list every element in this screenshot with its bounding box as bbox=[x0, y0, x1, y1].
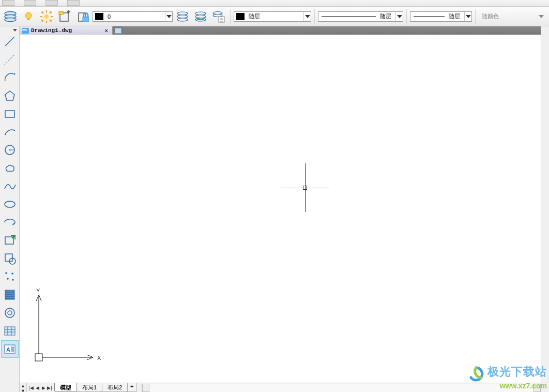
svg-point-46 bbox=[5, 201, 15, 207]
svg-rect-72 bbox=[35, 354, 42, 361]
scroll-down-icon[interactable]: ▼ bbox=[20, 388, 26, 392]
table-tool[interactable] bbox=[1, 322, 19, 340]
chevron-down-icon[interactable] bbox=[303, 12, 311, 21]
close-tab-icon[interactable]: × bbox=[103, 27, 110, 34]
svg-rect-19 bbox=[59, 11, 63, 14]
layer-states-icon[interactable] bbox=[174, 8, 191, 25]
svg-point-16 bbox=[41, 20, 43, 22]
color-bylayer-label: 随层 bbox=[247, 12, 262, 20]
svg-point-2 bbox=[5, 18, 16, 21]
line-tool[interactable] bbox=[1, 33, 19, 50]
svg-line-37 bbox=[4, 54, 16, 65]
top-toolbar-strip bbox=[0, 0, 549, 7]
revision-cloud-tool[interactable] bbox=[1, 159, 19, 177]
sun-freeze-icon[interactable] bbox=[38, 8, 55, 25]
hatch-tool[interactable] bbox=[1, 286, 19, 304]
scroll-right-icon[interactable] bbox=[533, 384, 541, 392]
add-layout-button[interactable]: + bbox=[127, 383, 136, 392]
layout-tab-bar: ▲ ▼ |◀ ◀ ▶ ▶| 模型 布局1 布局2 + bbox=[20, 383, 541, 392]
chevron-down-icon[interactable] bbox=[395, 12, 403, 21]
new-tab-button[interactable] bbox=[113, 26, 123, 35]
draw-tool-palette: A bbox=[0, 26, 20, 392]
palette-dropdown-icon[interactable] bbox=[1, 27, 19, 33]
nav-next-icon[interactable]: ▶ bbox=[40, 384, 47, 391]
svg-rect-62 bbox=[5, 327, 15, 335]
file-name: Drawing1.dwg bbox=[31, 27, 72, 34]
layer-list-icon[interactable] bbox=[210, 8, 227, 25]
main-area: A Drawing1.dwg × bbox=[0, 26, 549, 392]
tab-model[interactable]: 模型 bbox=[54, 383, 77, 392]
svg-point-47 bbox=[12, 223, 13, 224]
layer-dropdown[interactable]: 0 bbox=[93, 11, 173, 22]
scroll-left-icon[interactable] bbox=[142, 384, 149, 392]
arc-3point-tool[interactable] bbox=[1, 123, 19, 141]
svg-point-14 bbox=[41, 11, 43, 13]
spline-tool[interactable] bbox=[1, 177, 19, 195]
layout-tabs: 模型 布局1 布局2 + bbox=[54, 383, 136, 392]
donut-tool[interactable] bbox=[1, 304, 19, 322]
svg-point-5 bbox=[44, 14, 49, 19]
workspace: Drawing1.dwg × Y X bbox=[20, 26, 541, 392]
toolbar-icon[interactable] bbox=[45, 0, 58, 6]
svg-point-53 bbox=[7, 278, 9, 280]
drawing-canvas[interactable]: Y X bbox=[20, 35, 541, 383]
chevron-down-icon[interactable] bbox=[539, 15, 544, 18]
svg-point-61 bbox=[8, 311, 12, 315]
scroll-up-icon[interactable]: ▲ bbox=[20, 383, 26, 388]
arc-tool[interactable] bbox=[1, 69, 19, 86]
lineweight-dropdown[interactable]: 随层 bbox=[410, 11, 472, 22]
file-tab[interactable]: Drawing1.dwg × bbox=[20, 26, 113, 35]
rectangle-tool[interactable] bbox=[1, 105, 19, 123]
lock-layer-icon[interactable] bbox=[74, 8, 91, 25]
construction-line-tool[interactable] bbox=[1, 51, 19, 68]
layer-previous-icon[interactable] bbox=[192, 8, 209, 25]
nav-last-icon[interactable]: ▶| bbox=[47, 384, 53, 391]
layout-nav: |◀ ◀ ▶ ▶| bbox=[27, 383, 54, 392]
linetype-sample bbox=[322, 16, 376, 17]
new-layer-icon[interactable] bbox=[56, 8, 73, 25]
svg-point-41 bbox=[4, 134, 5, 135]
svg-point-25 bbox=[177, 15, 188, 18]
text-tool[interactable]: A bbox=[1, 340, 19, 358]
lightbulb-icon[interactable] bbox=[20, 8, 37, 25]
insert-block-tool[interactable] bbox=[1, 232, 19, 249]
chevron-down-icon[interactable] bbox=[165, 12, 172, 21]
horizontal-scrollbar[interactable] bbox=[142, 384, 541, 392]
svg-rect-40 bbox=[5, 111, 14, 117]
svg-point-30 bbox=[213, 11, 222, 14]
polygon-tool[interactable] bbox=[1, 87, 19, 104]
svg-point-38 bbox=[13, 73, 15, 75]
document-tab-bar: Drawing1.dwg × bbox=[20, 26, 541, 35]
svg-point-24 bbox=[177, 12, 188, 15]
toolbar-icon[interactable] bbox=[2, 0, 14, 6]
linetype-label: 随层 bbox=[379, 12, 395, 20]
layout-scroll-nav: ▲ ▼ bbox=[20, 383, 27, 392]
color-dropdown[interactable]: 随层 bbox=[234, 11, 311, 22]
vertical-scrollbar[interactable] bbox=[541, 26, 549, 392]
linetype-dropdown[interactable]: 随层 bbox=[318, 11, 403, 22]
svg-point-3 bbox=[25, 12, 32, 19]
toolbar-icon[interactable] bbox=[67, 0, 80, 6]
svg-point-51 bbox=[5, 272, 7, 274]
tab-layout1[interactable]: 布局1 bbox=[77, 383, 102, 392]
nav-first-icon[interactable]: |◀ bbox=[28, 384, 34, 391]
toolbar-icon[interactable] bbox=[24, 0, 36, 6]
tab-layout2[interactable]: 布局2 bbox=[102, 383, 128, 392]
color-swatch bbox=[236, 13, 245, 20]
make-block-tool[interactable] bbox=[1, 250, 19, 267]
svg-point-52 bbox=[11, 273, 13, 275]
ellipse-tool[interactable] bbox=[1, 195, 19, 213]
circle-radius-tool[interactable] bbox=[1, 141, 19, 159]
nav-prev-icon[interactable]: ◀ bbox=[34, 384, 40, 391]
svg-marker-39 bbox=[5, 91, 14, 100]
svg-rect-49 bbox=[5, 254, 12, 261]
point-tool[interactable] bbox=[1, 268, 19, 285]
ucs-y-label: Y bbox=[36, 288, 40, 294]
layer-toolbar: 0 随层 随层 随层 随颜色 bbox=[0, 7, 549, 26]
svg-point-42 bbox=[13, 130, 14, 131]
dwg-file-icon bbox=[22, 28, 29, 34]
chevron-down-icon[interactable] bbox=[464, 12, 471, 21]
ellipse-arc-tool[interactable] bbox=[1, 214, 19, 231]
layer-properties-icon[interactable] bbox=[2, 8, 19, 25]
plotstyle-dropdown[interactable]: 随颜色 bbox=[479, 11, 547, 22]
